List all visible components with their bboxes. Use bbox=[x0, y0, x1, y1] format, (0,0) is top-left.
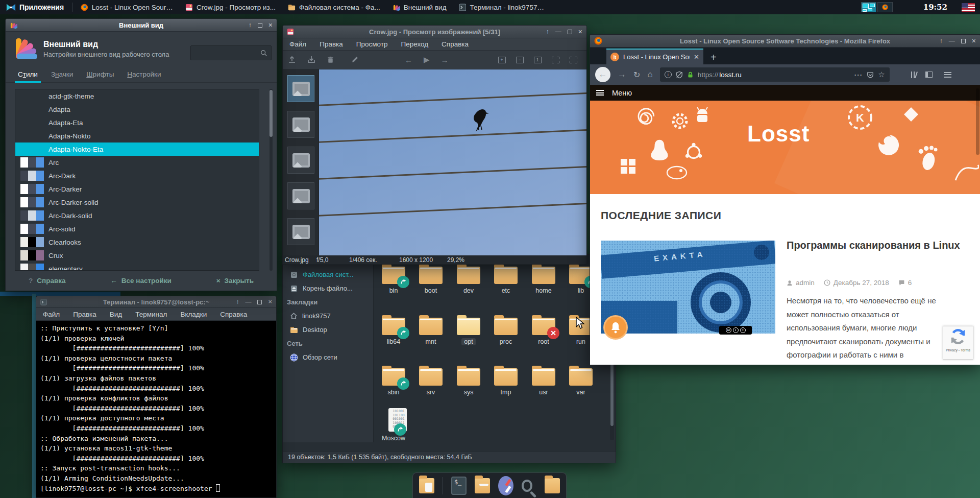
folder-item-lib64[interactable]: lib64 bbox=[375, 315, 412, 345]
folder-item-boot[interactable]: boot bbox=[412, 264, 449, 294]
theme-item[interactable]: Adapta-Nokto bbox=[15, 129, 259, 143]
appearance-titlebar[interactable]: Внешний вид ↑× bbox=[6, 19, 277, 32]
theme-item[interactable]: elementary bbox=[15, 262, 259, 271]
theme-item[interactable]: Arc-Darker-solid bbox=[15, 196, 259, 209]
dock-search-icon[interactable] bbox=[522, 480, 532, 492]
taskbar-item-terminal[interactable]: Терминал - linok9757@l... bbox=[453, 0, 557, 14]
library-icon[interactable] bbox=[911, 72, 918, 78]
sidebar-item-root[interactable]: Корень файло... bbox=[283, 281, 373, 295]
shade-button[interactable]: ↑ bbox=[940, 38, 943, 43]
folder-item-usr[interactable]: usr bbox=[525, 365, 562, 396]
bookmark-star-icon[interactable]: ☆ bbox=[878, 70, 885, 79]
tab-settings[interactable]: Настройки bbox=[122, 68, 166, 82]
theme-item[interactable]: Arc-Darker bbox=[15, 182, 259, 196]
dock-folder-icon[interactable] bbox=[545, 478, 560, 493]
help-button[interactable]: ?Справка bbox=[29, 277, 65, 284]
theme-item[interactable]: Clearlooks bbox=[15, 235, 259, 249]
site-logo[interactable]: Losst bbox=[747, 121, 810, 147]
folder-item-proc[interactable]: proc bbox=[487, 315, 524, 345]
sidebar-item-home[interactable]: linok9757 bbox=[283, 309, 373, 323]
all-settings-button[interactable]: ←Все настройки bbox=[110, 277, 172, 284]
dock-browser-icon[interactable] bbox=[498, 476, 513, 495]
menu-go[interactable]: Переход bbox=[394, 38, 435, 50]
firefox-titlebar[interactable]: Losst - Linux Open Source Software Techn… bbox=[590, 35, 980, 48]
menu-view[interactable]: Вид bbox=[103, 309, 129, 320]
maximize-button[interactable] bbox=[257, 300, 262, 304]
tracking-protection-icon[interactable] bbox=[676, 71, 683, 79]
workspace-2[interactable] bbox=[877, 2, 893, 12]
sidebar-item-filesystem[interactable]: Файловая сист... bbox=[283, 268, 373, 281]
menu-edit[interactable]: Правка bbox=[66, 309, 103, 320]
folder-item-sbin[interactable]: sbin bbox=[375, 365, 412, 396]
taskbar-item-appearance[interactable]: Внешний вид bbox=[386, 0, 453, 14]
page-scrollbar[interactable] bbox=[976, 88, 979, 155]
theme-item[interactable]: Arc-Dark bbox=[15, 169, 259, 182]
folder-item-tmp[interactable]: tmp bbox=[487, 365, 524, 396]
previous-image-button[interactable]: ← bbox=[405, 56, 412, 64]
site-menu-bar[interactable]: Меню bbox=[590, 85, 980, 101]
folder-item-srv[interactable]: srv bbox=[412, 365, 449, 396]
fullscreen-button[interactable] bbox=[570, 57, 577, 63]
thumbnail[interactable] bbox=[287, 182, 314, 209]
site-info-icon[interactable]: i bbox=[665, 71, 672, 78]
folder-item-dev[interactable]: dev bbox=[450, 264, 487, 294]
folder-item-root[interactable]: ✕root bbox=[525, 315, 562, 345]
shade-button[interactable]: ↑ bbox=[236, 299, 239, 304]
menu-help[interactable]: Справка bbox=[213, 309, 254, 320]
zoom-100-button[interactable]: 1 bbox=[534, 57, 542, 63]
recaptcha-badge[interactable]: Privacy - Terms bbox=[943, 326, 973, 360]
url-bar[interactable]: i https://losst.ru ··· ☆ bbox=[660, 67, 890, 82]
image-viewer-titlebar[interactable]: Crow.jpg - Просмотр изображений [5/31] ↑… bbox=[283, 26, 586, 38]
edit-icon[interactable] bbox=[351, 56, 359, 64]
theme-item[interactable]: Adapta-Eta bbox=[15, 116, 259, 129]
folder-item-bin[interactable]: bin bbox=[375, 264, 412, 294]
thumbnail-selected[interactable] bbox=[287, 75, 314, 102]
photo-crow-on-wires[interactable] bbox=[319, 69, 586, 255]
recaptcha-label[interactable]: Privacy - Terms bbox=[943, 348, 973, 352]
home-button[interactable]: ⌂ bbox=[647, 69, 652, 80]
pocket-icon[interactable] bbox=[867, 71, 874, 79]
dock-file-manager-icon[interactable] bbox=[419, 478, 434, 493]
reload-button[interactable]: ↻ bbox=[633, 70, 640, 80]
panel-clock[interactable]: 19:52 bbox=[923, 3, 947, 12]
zoom-out-button[interactable]: − bbox=[516, 57, 524, 63]
tab-icons[interactable]: Значки bbox=[46, 68, 78, 82]
workspace-1[interactable] bbox=[861, 2, 876, 12]
close-button[interactable]: × bbox=[972, 38, 976, 43]
theme-list-scrollbar[interactable] bbox=[270, 89, 273, 271]
theme-item-selected[interactable]: Adapta-Nokto-Eta bbox=[15, 143, 259, 156]
back-button[interactable]: ← bbox=[595, 67, 610, 82]
theme-item[interactable]: Arc-solid bbox=[15, 222, 259, 235]
folder-item-etc[interactable]: etc bbox=[487, 264, 524, 294]
menu-file[interactable]: Файл bbox=[283, 38, 313, 50]
theme-item[interactable]: Arc-Dark-solid bbox=[15, 209, 259, 222]
shade-button[interactable]: ↑ bbox=[546, 29, 549, 34]
delete-icon[interactable] bbox=[327, 56, 334, 64]
theme-item[interactable]: Crux bbox=[15, 249, 259, 262]
zoom-fit-button[interactable] bbox=[552, 57, 559, 63]
next-image-button[interactable]: → bbox=[441, 56, 449, 64]
save-as-icon[interactable] bbox=[307, 56, 315, 64]
folder-item-home[interactable]: home bbox=[525, 264, 562, 294]
folder-item-mnt[interactable]: mnt bbox=[412, 315, 449, 345]
menu-tabs[interactable]: Вкладки bbox=[174, 309, 213, 320]
thumbnail[interactable] bbox=[287, 218, 314, 245]
tab-close-icon[interactable]: ✕ bbox=[694, 53, 699, 61]
maximize-button[interactable] bbox=[568, 30, 572, 34]
article-thumbnail[interactable]: EXAKTA bbox=[601, 241, 775, 334]
page-actions-icon[interactable]: ··· bbox=[854, 71, 863, 79]
menu-view[interactable]: Просмотр bbox=[350, 38, 395, 50]
keyboard-layout-us-flag[interactable] bbox=[962, 3, 975, 12]
terminal-titlebar[interactable]: Терминал - linok9757@losst-pc:~ ↑—× bbox=[36, 296, 276, 308]
close-button[interactable]: × bbox=[268, 299, 272, 304]
slideshow-button[interactable]: ▶ bbox=[424, 55, 430, 64]
open-icon[interactable] bbox=[288, 56, 296, 64]
folder-item-opt[interactable]: opt bbox=[450, 315, 487, 346]
article-author[interactable]: admin bbox=[787, 279, 815, 287]
applications-menu[interactable]: Приложения bbox=[0, 0, 70, 14]
close-button[interactable]: × bbox=[578, 29, 582, 34]
shade-button[interactable]: ↑ bbox=[249, 22, 252, 28]
sidebar-toggle-icon[interactable] bbox=[925, 72, 933, 78]
taskbar-item-image-viewer[interactable]: Crow.jpg - Просмотр из... bbox=[179, 0, 282, 14]
dock-folder-icon[interactable] bbox=[475, 478, 490, 493]
